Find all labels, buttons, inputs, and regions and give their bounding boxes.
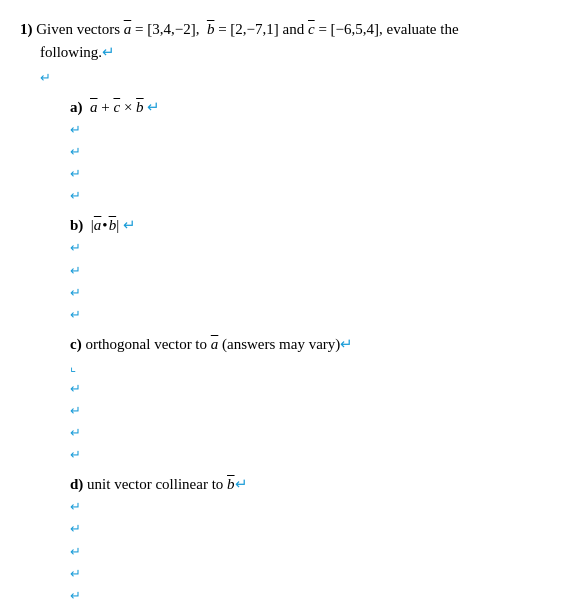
part-a-line-4: ↵ [70,185,563,207]
sub-parts: a) a + c × b ↵ ↵ ↵ ↵ ↵ b) |a•b| ↵ [20,95,563,605]
part-c-line-3: ↵ [70,422,563,444]
part-a-line-3: ↵ [70,163,563,185]
vec-b-def: b [207,21,215,37]
problem-header: 1) Given vectors a = [3,4,−2], b = [2,−7… [20,18,563,63]
part-b-line-2: ↵ [70,260,563,282]
dot-op-b: • [101,217,108,233]
part-a-line-1: ↵ [70,119,563,141]
part-d-line-2: ↵ [70,518,563,540]
vec-a-c: a [211,336,219,352]
blank-arrow-0: ↵ [40,67,563,89]
part-c-line-4: ↵ [70,444,563,466]
part-d: d) unit vector collinear to b↵ ↵ ↵ ↵ ↵ ↵ [70,472,563,605]
vec-c-a: c [113,99,120,115]
part-b-line-1: ↵ [70,237,563,259]
part-a-line-2: ↵ [70,141,563,163]
part-c-line-0: ⌞ [70,356,563,378]
part-b-lines: ↵ ↵ ↵ ↵ [70,237,563,325]
vec-a-def: a [124,21,132,37]
part-b: b) |a•b| ↵ ↵ ↵ ↵ ↵ [70,213,563,325]
part-d-label: d) unit vector collinear to b↵ [70,472,563,496]
return-arrow-a: ↵ [147,99,160,115]
part-d-line-3: ↵ [70,541,563,563]
part-d-line-5: ↵ [70,585,563,605]
vec-b-b: b [109,217,117,233]
part-a-label: a) a + c × b ↵ [70,95,563,119]
vec-b-d: b [227,476,235,492]
part-d-line-1: ↵ [70,496,563,518]
problem-container: 1) Given vectors a = [3,4,−2], b = [2,−7… [20,18,563,605]
problem-following: following.↵ [20,41,563,64]
part-a: a) a + c × b ↵ ↵ ↵ ↵ ↵ [70,95,563,207]
part-c-line-2: ↵ [70,400,563,422]
vec-b-a: b [136,99,144,115]
return-arrow-b: ↵ [123,217,136,233]
abs-close: | [116,217,119,233]
part-a-lines: ↵ ↵ ↵ ↵ [70,119,563,207]
part-d-lines: ↵ ↵ ↵ ↵ ↵ [70,496,563,605]
vec-c-def: c [308,21,315,37]
part-c: c) orthogonal vector to a (answers may v… [70,332,563,466]
part-c-label: c) orthogonal vector to a (answers may v… [70,332,563,356]
part-b-line-4: ↵ [70,304,563,326]
return-arrow-c: ↵ [340,336,353,352]
part-d-line-4: ↵ [70,563,563,585]
problem-text: 1) Given vectors a = [3,4,−2], b = [2,−7… [20,21,459,37]
return-arrow-header: ↵ [102,44,115,60]
part-b-label: b) |a•b| ↵ [70,213,563,237]
vec-a-a: a [90,99,98,115]
part-c-line-1: ↵ [70,378,563,400]
part-b-line-3: ↵ [70,282,563,304]
return-arrow-d: ↵ [235,476,248,492]
part-c-lines: ⌞ ↵ ↵ ↵ ↵ [70,356,563,466]
